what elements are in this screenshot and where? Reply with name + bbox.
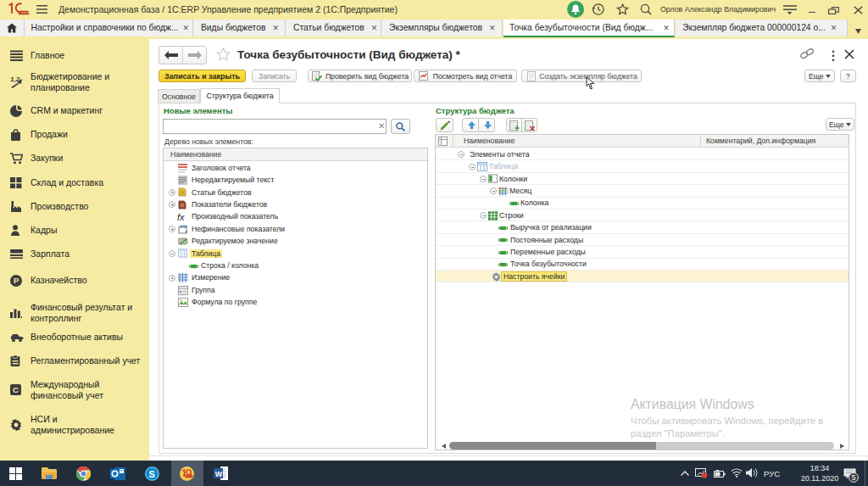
svg-text:fx: fx bbox=[177, 212, 185, 222]
svg-text:C: C bbox=[13, 385, 19, 394]
svg-text:S: S bbox=[149, 469, 155, 479]
svg-text:P: P bbox=[14, 276, 19, 285]
svg-text:W: W bbox=[215, 470, 223, 478]
